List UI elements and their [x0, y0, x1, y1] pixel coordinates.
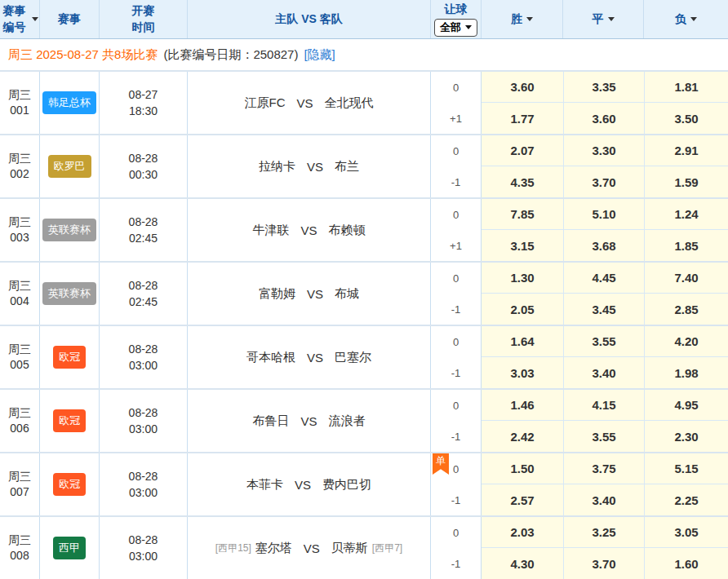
match-row: 周三 001 韩足总杯 08-27 18:30 江原FC VS 全北现代 0 +…	[0, 70, 728, 134]
header-handicap-label: 让球	[445, 2, 468, 17]
match-clock: 18:30	[129, 103, 158, 119]
away-team: 费内巴切	[322, 477, 371, 493]
odd-draw[interactable]: 3.70	[563, 166, 644, 197]
odd-lose[interactable]: 4.95	[644, 390, 728, 421]
odd-lose[interactable]: 2.91	[644, 135, 728, 166]
odd-lose[interactable]: 1.85	[644, 230, 728, 261]
odd-lose[interactable]: 4.20	[644, 326, 728, 357]
odd-lose[interactable]: 2.85	[644, 294, 728, 325]
vs-label: VS	[307, 351, 323, 365]
match-clock: 03:00	[129, 357, 158, 373]
league-badge[interactable]: 欧冠	[53, 346, 86, 369]
odd-draw[interactable]: 3.25	[563, 517, 644, 548]
odd-lose[interactable]: 2.25	[644, 484, 728, 515]
odd-win[interactable]: 1.64	[482, 326, 563, 357]
odd-win[interactable]: 3.60	[482, 72, 563, 103]
odd-draw[interactable]: 3.75	[563, 453, 644, 484]
odd-draw[interactable]: 3.60	[563, 103, 644, 134]
odd-lose[interactable]: 1.98	[644, 357, 728, 388]
odd-win[interactable]: 2.42	[482, 421, 563, 452]
odd-draw[interactable]: 3.68	[563, 230, 644, 261]
home-team: 富勒姆	[259, 286, 295, 302]
odd-lose[interactable]: 7.40	[644, 263, 728, 294]
league-badge[interactable]: 欧冠	[53, 473, 86, 496]
odd-win[interactable]: 1.50	[482, 453, 563, 484]
odd-draw[interactable]: 3.55	[563, 421, 644, 452]
odd-lose[interactable]: 1.59	[644, 166, 728, 197]
odd-draw[interactable]: 3.45	[563, 294, 644, 325]
match-day: 周三	[8, 278, 31, 294]
match-day: 周三	[8, 87, 31, 103]
header-match-id-label: 赛事编号	[1, 3, 27, 35]
odd-lose[interactable]: 5.15	[644, 453, 728, 484]
match-id: 004	[10, 294, 29, 309]
odd-lose[interactable]: 3.05	[644, 517, 728, 548]
odd-win[interactable]: 3.03	[482, 357, 563, 388]
odd-win[interactable]: 1.30	[482, 263, 563, 294]
header-handicap: 让球 全部	[431, 0, 482, 38]
teams-cell: 富勒姆 VS 布城	[188, 263, 431, 325]
handicap-cell: 0 +1	[431, 199, 482, 261]
odd-lose[interactable]: 2.30	[644, 421, 728, 452]
handicap-cell: 0 -1	[431, 326, 482, 388]
match-number: 周三 002	[0, 135, 40, 197]
odd-win[interactable]: 2.57	[482, 484, 563, 515]
league-badge[interactable]: 欧冠	[53, 409, 86, 432]
odd-win[interactable]: 4.30	[482, 548, 563, 579]
match-clock: 02:45	[129, 230, 158, 246]
league-badge[interactable]: 英联赛杯	[42, 219, 96, 241]
odd-draw[interactable]: 3.40	[563, 357, 644, 388]
league-badge[interactable]: 欧罗巴	[48, 155, 91, 178]
match-time: 08-27 18:30	[100, 72, 188, 134]
vs-label: VS	[307, 287, 323, 301]
match-number: 周三 007	[0, 453, 40, 515]
odd-draw[interactable]: 3.70	[563, 548, 644, 579]
match-day: 周三	[8, 151, 31, 166]
odd-draw[interactable]: 4.45	[563, 263, 644, 294]
odd-lose[interactable]: 1.24	[644, 199, 728, 230]
league-badge[interactable]: 英联赛杯	[42, 282, 96, 305]
odd-draw[interactable]: 3.55	[563, 326, 644, 357]
odd-win[interactable]: 2.05	[482, 294, 563, 325]
match-date: 08-28	[129, 468, 158, 484]
header-draw[interactable]: 平	[563, 0, 644, 38]
handicap-cell: 0 -1	[431, 517, 482, 579]
match-number: 周三 008	[0, 517, 40, 579]
match-id: 005	[10, 357, 29, 373]
hide-link[interactable]: [隐藏]	[304, 47, 335, 63]
odd-win[interactable]: 3.15	[482, 230, 563, 261]
header-lose[interactable]: 负	[644, 0, 728, 38]
odd-draw[interactable]: 5.10	[563, 199, 644, 230]
odds-grid: 2.07 3.30 2.91 4.35 3.70 1.59	[482, 135, 728, 197]
odd-lose[interactable]: 1.60	[644, 548, 728, 579]
match-number: 周三 001	[0, 72, 40, 134]
date-info: 周三 2025-08-27 共8场比赛	[8, 47, 158, 63]
handicap-value: -1	[431, 294, 481, 325]
league-cell: 英联赛杯	[40, 199, 100, 261]
odd-win[interactable]: 4.35	[482, 166, 563, 197]
league-badge[interactable]: 西甲	[53, 537, 86, 559]
odd-win[interactable]: 7.85	[482, 199, 563, 230]
vs-label: VS	[296, 96, 313, 110]
odd-win[interactable]: 2.07	[482, 135, 563, 166]
odd-lose[interactable]: 1.81	[644, 72, 728, 103]
league-badge[interactable]: 韩足总杯	[42, 91, 96, 114]
teams-cell: 布鲁日 VS 流浪者	[188, 390, 431, 452]
odd-draw[interactable]: 3.40	[563, 484, 644, 515]
header-match-id[interactable]: 赛事编号	[0, 0, 40, 38]
away-rank: [西甲7]	[372, 541, 402, 555]
odd-win[interactable]: 1.77	[482, 103, 563, 134]
odd-draw[interactable]: 4.15	[563, 390, 644, 421]
odd-draw[interactable]: 3.35	[563, 72, 644, 103]
handicap-filter-select[interactable]: 全部	[434, 19, 477, 37]
header-teams: 主队 VS 客队	[188, 0, 431, 38]
odd-draw[interactable]: 3.30	[563, 135, 644, 166]
home-rank: [西甲15]	[215, 541, 251, 555]
home-team: 布鲁日	[252, 413, 289, 429]
teams-cell: 拉纳卡 VS 布兰	[188, 135, 431, 197]
odd-win[interactable]: 1.46	[482, 390, 563, 421]
header-win[interactable]: 胜	[482, 0, 563, 38]
odd-lose[interactable]: 3.50	[644, 103, 728, 134]
odd-win[interactable]: 2.03	[482, 517, 563, 548]
match-date: 08-28	[129, 277, 158, 294]
